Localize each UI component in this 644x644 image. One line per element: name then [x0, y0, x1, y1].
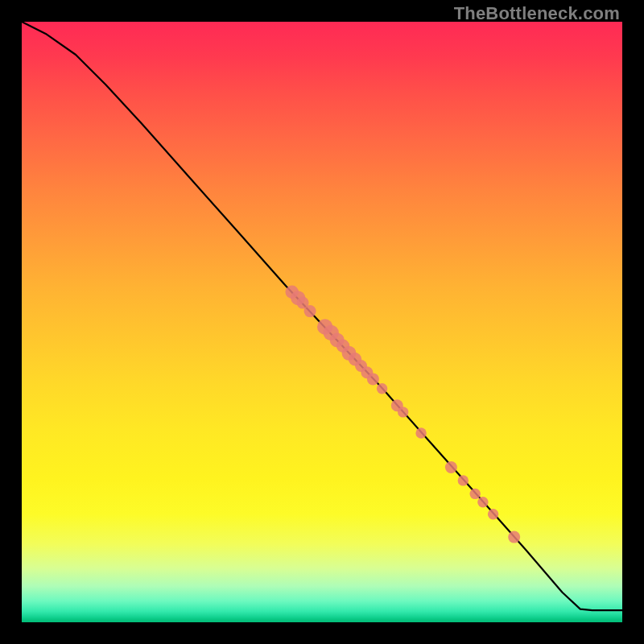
- chart-frame: TheBottleneck.com: [0, 0, 644, 644]
- marker-dot: [508, 531, 520, 543]
- chart-markers: [286, 286, 521, 543]
- marker-dot: [477, 497, 488, 507]
- marker-dot: [304, 305, 316, 317]
- chart-curve: [22, 22, 622, 610]
- marker-dot: [398, 407, 408, 417]
- plot-area: [22, 22, 622, 622]
- marker-dot: [445, 461, 457, 473]
- marker-dot: [458, 475, 469, 485]
- marker-dot: [415, 427, 426, 438]
- marker-dot: [488, 509, 498, 519]
- marker-dot: [377, 383, 387, 394]
- marker-dot: [367, 373, 379, 385]
- chart-svg: [22, 22, 622, 622]
- marker-dot: [470, 489, 481, 499]
